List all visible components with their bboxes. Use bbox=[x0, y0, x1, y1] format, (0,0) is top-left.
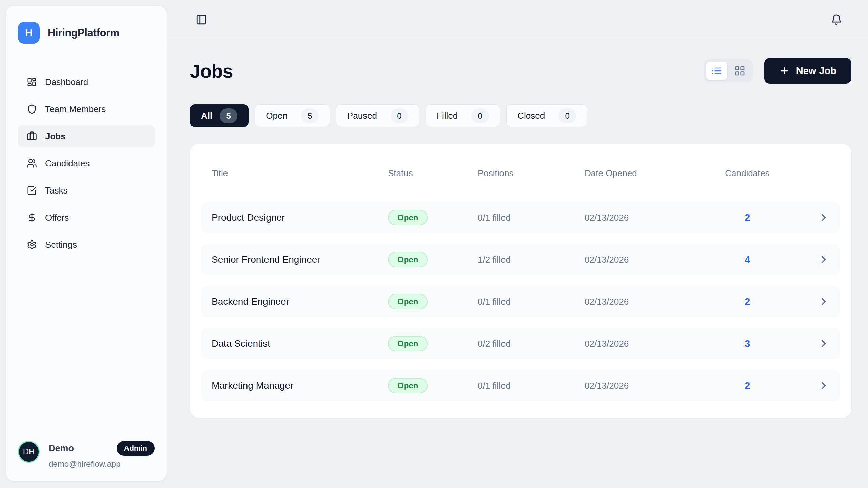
status-filters: All 5 Open 5 Paused 0 Filled 0 Closed 0 bbox=[190, 104, 851, 127]
sidebar-item-label: Tasks bbox=[45, 185, 67, 196]
plus-icon bbox=[779, 66, 789, 76]
candidates-count[interactable]: 2 bbox=[700, 212, 795, 223]
filter-count-badge: 5 bbox=[220, 108, 237, 123]
filter-all[interactable]: All 5 bbox=[190, 104, 249, 127]
sidebar: H HiringPlatform Dashboard Team Members … bbox=[5, 5, 167, 481]
column-header-positions: Positions bbox=[478, 168, 585, 179]
jobs-table: Title Status Positions Date Opened Candi… bbox=[190, 144, 851, 418]
job-title: Backend Engineer bbox=[212, 296, 388, 307]
column-header-status: Status bbox=[388, 168, 478, 179]
candidates-count[interactable]: 3 bbox=[700, 338, 795, 349]
sidebar-item-candidates[interactable]: Candidates bbox=[18, 152, 155, 175]
view-toggle bbox=[704, 59, 753, 82]
table-row[interactable]: Senior Frontend Engineer Open 1/2 filled… bbox=[201, 244, 840, 275]
positions-filled: 1/2 filled bbox=[478, 255, 585, 265]
positions-filled: 0/1 filled bbox=[478, 381, 585, 391]
shield-icon bbox=[27, 104, 37, 114]
sidebar-item-label: Team Members bbox=[45, 104, 106, 115]
table-row[interactable]: Product Designer Open 0/1 filled 02/13/2… bbox=[201, 202, 840, 233]
page-content: Jobs bbox=[167, 39, 868, 418]
panel-left-icon bbox=[196, 14, 207, 25]
users-icon bbox=[27, 158, 37, 168]
filter-paused[interactable]: Paused 0 bbox=[336, 104, 419, 127]
status-badge: Open bbox=[388, 252, 428, 267]
avatar: DH bbox=[18, 441, 40, 463]
user-profile[interactable]: DH Demo Admin demo@hireflow.app bbox=[18, 441, 155, 469]
briefcase-icon bbox=[27, 131, 37, 141]
sidebar-item-settings[interactable]: Settings bbox=[18, 233, 155, 256]
filter-open[interactable]: Open 5 bbox=[255, 104, 330, 127]
sidebar-item-tasks[interactable]: Tasks bbox=[18, 179, 155, 202]
filter-closed[interactable]: Closed 0 bbox=[506, 104, 587, 127]
date-opened: 02/13/2026 bbox=[585, 212, 700, 223]
user-info: Demo Admin demo@hireflow.app bbox=[48, 441, 155, 469]
gear-icon bbox=[27, 240, 37, 250]
role-badge: Admin bbox=[117, 441, 155, 456]
positions-filled: 0/1 filled bbox=[478, 297, 585, 307]
sidebar-nav: Dashboard Team Members Jobs Candidates T… bbox=[18, 71, 155, 256]
task-check-icon bbox=[27, 185, 37, 196]
page-title: Jobs bbox=[190, 60, 233, 82]
brand: H HiringPlatform bbox=[18, 22, 155, 44]
status-badge: Open bbox=[388, 294, 428, 309]
filter-count-badge: 5 bbox=[301, 108, 319, 123]
new-job-button[interactable]: New Job bbox=[764, 58, 851, 84]
sidebar-item-label: Jobs bbox=[45, 131, 66, 142]
sidebar-item-label: Candidates bbox=[45, 158, 90, 169]
candidates-count[interactable]: 2 bbox=[700, 380, 795, 391]
filter-count-badge: 0 bbox=[471, 108, 489, 123]
job-title: Senior Frontend Engineer bbox=[212, 254, 388, 265]
job-title: Marketing Manager bbox=[212, 380, 388, 391]
job-title: Product Designer bbox=[212, 212, 388, 223]
topbar bbox=[167, 0, 868, 39]
job-title: Data Scientist bbox=[212, 338, 388, 349]
column-header-candidates: Candidates bbox=[700, 168, 795, 179]
grid-icon bbox=[734, 65, 745, 76]
date-opened: 02/13/2026 bbox=[585, 381, 700, 391]
user-email: demo@hireflow.app bbox=[48, 459, 155, 469]
list-icon bbox=[711, 65, 722, 76]
app-logo: H bbox=[18, 22, 40, 44]
status-badge: Open bbox=[388, 378, 428, 393]
candidates-count[interactable]: 4 bbox=[700, 254, 795, 265]
status-badge: Open bbox=[388, 210, 428, 225]
notifications-button[interactable] bbox=[829, 12, 844, 27]
sidebar-toggle-button[interactable] bbox=[194, 12, 209, 27]
status-badge: Open bbox=[388, 336, 428, 351]
filter-count-badge: 0 bbox=[558, 108, 576, 123]
date-opened: 02/13/2026 bbox=[585, 255, 700, 265]
table-header: Title Status Positions Date Opened Candi… bbox=[201, 154, 840, 192]
sidebar-item-label: Offers bbox=[45, 212, 69, 223]
grid-view-button[interactable] bbox=[729, 62, 750, 80]
list-view-button[interactable] bbox=[706, 62, 727, 80]
chevron-right-icon bbox=[817, 296, 830, 308]
sidebar-item-jobs[interactable]: Jobs bbox=[18, 125, 155, 147]
sidebar-item-offers[interactable]: Offers bbox=[18, 206, 155, 229]
chevron-right-icon bbox=[817, 211, 830, 224]
column-header-date-opened: Date Opened bbox=[585, 168, 700, 179]
table-row[interactable]: Marketing Manager Open 0/1 filled 02/13/… bbox=[201, 370, 840, 401]
filter-filled[interactable]: Filled 0 bbox=[426, 104, 500, 127]
chevron-right-icon bbox=[817, 380, 830, 392]
bell-icon bbox=[831, 14, 842, 25]
dollar-icon bbox=[27, 212, 37, 223]
main-area: Jobs bbox=[167, 0, 868, 488]
column-header-title: Title bbox=[212, 168, 388, 179]
chevron-right-icon bbox=[817, 253, 830, 266]
sidebar-item-team-members[interactable]: Team Members bbox=[18, 98, 155, 120]
filter-count-badge: 0 bbox=[391, 108, 408, 123]
table-row[interactable]: Data Scientist Open 0/2 filled 02/13/202… bbox=[201, 328, 840, 359]
new-job-label: New Job bbox=[796, 65, 836, 77]
sidebar-item-dashboard[interactable]: Dashboard bbox=[18, 71, 155, 93]
table-row[interactable]: Backend Engineer Open 0/1 filled 02/13/2… bbox=[201, 286, 840, 317]
positions-filled: 0/2 filled bbox=[478, 339, 585, 349]
dashboard-icon bbox=[27, 77, 37, 87]
date-opened: 02/13/2026 bbox=[585, 339, 700, 349]
sidebar-item-label: Dashboard bbox=[45, 77, 88, 87]
app-name: HiringPlatform bbox=[48, 27, 119, 39]
candidates-count[interactable]: 2 bbox=[700, 296, 795, 307]
user-name: Demo bbox=[48, 443, 74, 454]
chevron-right-icon bbox=[817, 338, 830, 350]
positions-filled: 0/1 filled bbox=[478, 212, 585, 223]
sidebar-item-label: Settings bbox=[45, 240, 77, 250]
